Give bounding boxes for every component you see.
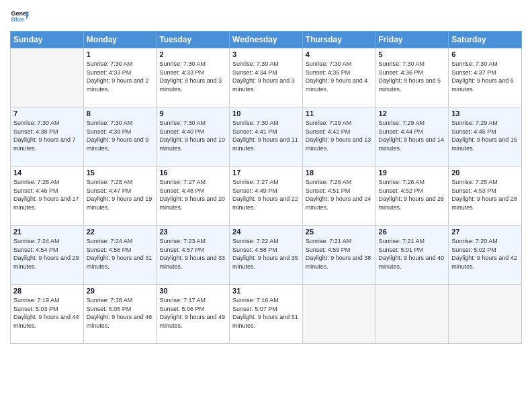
day-info: Sunrise: 7:21 AM Sunset: 4:59 PM Dayligh…	[306, 237, 373, 271]
sunrise-label: Sunrise: 7:24 AM	[87, 238, 133, 244]
day-header-wednesday: Wednesday	[230, 32, 303, 48]
sunset-label: Sunset: 5:06 PM	[159, 306, 204, 312]
day-info: Sunrise: 7:30 AM Sunset: 4:35 PM Dayligh…	[306, 60, 373, 93]
day-info: Sunrise: 7:30 AM Sunset: 4:38 PM Dayligh…	[13, 119, 81, 152]
sunset-label: Sunset: 5:05 PM	[87, 306, 132, 312]
sunrise-label: Sunrise: 7:30 AM	[379, 60, 425, 67]
day-header-friday: Friday	[375, 32, 449, 48]
day-number: 5	[379, 50, 446, 58]
sunrise-label: Sunrise: 7:21 AM	[379, 238, 425, 244]
day-number: 16	[159, 169, 226, 177]
sunset-label: Sunset: 4:52 PM	[379, 187, 424, 194]
day-number: 25	[306, 228, 373, 236]
calendar-cell	[302, 285, 375, 344]
calendar-cell: 24 Sunrise: 7:22 AM Sunset: 4:58 PM Dayl…	[230, 226, 303, 285]
calendar-cell: 3 Sunrise: 7:30 AM Sunset: 4:34 PM Dayli…	[230, 48, 303, 107]
day-number: 9	[159, 109, 226, 118]
day-info: Sunrise: 7:19 AM Sunset: 5:03 PM Dayligh…	[13, 296, 81, 330]
sunset-label: Sunset: 4:51 PM	[306, 187, 351, 194]
calendar-cell: 11 Sunrise: 7:29 AM Sunset: 4:42 PM Dayl…	[302, 107, 375, 167]
sunset-label: Sunset: 4:34 PM	[232, 69, 277, 76]
calendar-cell: 6 Sunrise: 7:30 AM Sunset: 4:37 PM Dayli…	[449, 48, 522, 107]
day-number: 4	[306, 50, 373, 58]
logo: General Blue	[10, 7, 29, 26]
daylight-label: Daylight: 9 hours and 51 minutes.	[232, 314, 298, 329]
sunrise-label: Sunrise: 7:24 AM	[13, 238, 60, 244]
day-number: 31	[232, 287, 300, 295]
generalblue-icon: General Blue	[10, 7, 29, 26]
sunset-label: Sunset: 4:40 PM	[159, 128, 204, 135]
day-info: Sunrise: 7:30 AM Sunset: 4:41 PM Dayligh…	[232, 119, 300, 152]
sunset-label: Sunset: 4:48 PM	[159, 187, 204, 194]
day-info: Sunrise: 7:30 AM Sunset: 4:33 PM Dayligh…	[87, 60, 154, 93]
daylight-label: Daylight: 9 hours and 7 minutes.	[13, 136, 76, 152]
sunrise-label: Sunrise: 7:20 AM	[451, 238, 498, 244]
day-number: 10	[232, 109, 300, 118]
sunset-label: Sunset: 5:07 PM	[232, 306, 277, 312]
daylight-label: Daylight: 9 hours and 5 minutes.	[379, 77, 441, 93]
calendar-cell: 15 Sunrise: 7:28 AM Sunset: 4:47 PM Dayl…	[83, 167, 157, 226]
day-info: Sunrise: 7:27 AM Sunset: 4:49 PM Dayligh…	[232, 178, 300, 212]
sunset-label: Sunset: 4:47 PM	[87, 187, 132, 194]
sunset-label: Sunset: 4:49 PM	[232, 187, 277, 194]
day-info: Sunrise: 7:29 AM Sunset: 4:42 PM Dayligh…	[306, 119, 373, 152]
sunrise-label: Sunrise: 7:29 AM	[379, 120, 425, 126]
daylight-label: Daylight: 9 hours and 11 minutes.	[232, 136, 298, 152]
day-number: 18	[306, 169, 373, 177]
calendar-table: SundayMondayTuesdayWednesdayThursdayFrid…	[10, 31, 522, 344]
day-info: Sunrise: 7:27 AM Sunset: 4:48 PM Dayligh…	[159, 178, 226, 212]
sunrise-label: Sunrise: 7:16 AM	[232, 297, 279, 304]
sunset-label: Sunset: 4:38 PM	[13, 128, 58, 135]
day-info: Sunrise: 7:29 AM Sunset: 4:45 PM Dayligh…	[451, 119, 519, 152]
daylight-label: Daylight: 9 hours and 13 minutes.	[306, 136, 371, 152]
day-number: 1	[87, 50, 154, 58]
calendar-cell: 10 Sunrise: 7:30 AM Sunset: 4:41 PM Dayl…	[230, 107, 303, 167]
calendar-cell: 21 Sunrise: 7:24 AM Sunset: 4:54 PM Dayl…	[11, 226, 84, 285]
sunset-label: Sunset: 4:53 PM	[451, 187, 496, 194]
day-number: 11	[306, 109, 373, 118]
sunrise-label: Sunrise: 7:30 AM	[451, 60, 498, 67]
calendar-cell: 18 Sunrise: 7:26 AM Sunset: 4:51 PM Dayl…	[302, 167, 375, 226]
daylight-label: Daylight: 9 hours and 15 minutes.	[451, 136, 517, 152]
day-number: 19	[379, 169, 446, 177]
sunrise-label: Sunrise: 7:30 AM	[306, 60, 352, 67]
day-info: Sunrise: 7:26 AM Sunset: 4:52 PM Dayligh…	[379, 178, 446, 212]
calendar-cell: 23 Sunrise: 7:23 AM Sunset: 4:57 PM Dayl…	[157, 226, 230, 285]
calendar-cell: 19 Sunrise: 7:26 AM Sunset: 4:52 PM Dayl…	[375, 167, 449, 226]
calendar-cell: 5 Sunrise: 7:30 AM Sunset: 4:36 PM Dayli…	[375, 48, 449, 107]
day-info: Sunrise: 7:29 AM Sunset: 4:44 PM Dayligh…	[379, 119, 446, 152]
calendar-week-4: 21 Sunrise: 7:24 AM Sunset: 4:54 PM Dayl…	[11, 226, 522, 285]
daylight-label: Daylight: 9 hours and 46 minutes.	[87, 314, 152, 329]
sunrise-label: Sunrise: 7:19 AM	[13, 297, 60, 304]
daylight-label: Daylight: 9 hours and 35 minutes.	[232, 255, 298, 270]
daylight-label: Daylight: 9 hours and 24 minutes.	[306, 195, 371, 211]
calendar-cell: 4 Sunrise: 7:30 AM Sunset: 4:35 PM Dayli…	[302, 48, 375, 107]
daylight-label: Daylight: 9 hours and 42 minutes.	[451, 255, 517, 270]
daylight-label: Daylight: 9 hours and 29 minutes.	[13, 255, 79, 270]
day-number: 20	[451, 169, 519, 177]
daylight-label: Daylight: 9 hours and 49 minutes.	[159, 314, 225, 329]
day-info: Sunrise: 7:30 AM Sunset: 4:33 PM Dayligh…	[159, 60, 226, 93]
calendar-week-5: 28 Sunrise: 7:19 AM Sunset: 5:03 PM Dayl…	[11, 285, 522, 344]
sunset-label: Sunset: 4:58 PM	[232, 246, 277, 253]
day-info: Sunrise: 7:23 AM Sunset: 4:57 PM Dayligh…	[159, 237, 226, 271]
day-number: 23	[159, 228, 226, 236]
calendar-week-3: 14 Sunrise: 7:28 AM Sunset: 4:46 PM Dayl…	[11, 167, 522, 226]
sunrise-label: Sunrise: 7:30 AM	[87, 60, 133, 67]
header: General Blue	[10, 7, 522, 26]
day-number: 2	[159, 50, 226, 58]
sunrise-label: Sunrise: 7:30 AM	[232, 60, 279, 67]
daylight-label: Daylight: 9 hours and 28 minutes.	[451, 195, 517, 211]
day-number: 17	[232, 169, 300, 177]
day-info: Sunrise: 7:25 AM Sunset: 4:53 PM Dayligh…	[451, 178, 519, 212]
page: General Blue SundayMondayTuesdayWednesda…	[0, 0, 532, 411]
calendar-cell: 1 Sunrise: 7:30 AM Sunset: 4:33 PM Dayli…	[83, 48, 157, 107]
daylight-label: Daylight: 9 hours and 17 minutes.	[13, 195, 79, 211]
calendar-cell: 22 Sunrise: 7:24 AM Sunset: 4:56 PM Dayl…	[83, 226, 157, 285]
calendar-cell	[449, 285, 522, 344]
day-info: Sunrise: 7:30 AM Sunset: 4:36 PM Dayligh…	[379, 60, 446, 93]
calendar-header-row: SundayMondayTuesdayWednesdayThursdayFrid…	[11, 32, 522, 48]
sunset-label: Sunset: 5:03 PM	[13, 306, 58, 312]
sunset-label: Sunset: 4:41 PM	[232, 128, 277, 135]
day-number: 29	[87, 287, 154, 295]
